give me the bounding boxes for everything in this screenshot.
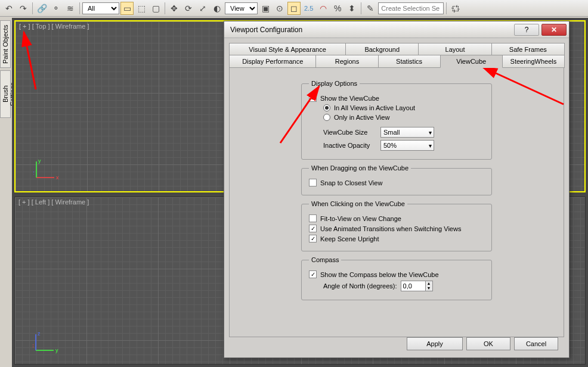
close-button[interactable]: ✕ bbox=[541, 24, 567, 36]
viewport-left-label[interactable]: [ + ] [ Left ] [ Wireframe ] bbox=[18, 198, 89, 206]
svg-text:x: x bbox=[33, 343, 34, 349]
svg-text:z: z bbox=[38, 331, 41, 337]
tab-display-performance[interactable]: Display Performance bbox=[229, 55, 316, 68]
tab-background[interactable]: Background bbox=[345, 43, 419, 55]
manipulate-icon[interactable]: ◐ bbox=[211, 2, 224, 15]
keep-upright-checkbox[interactable]: ✓ bbox=[309, 235, 317, 242]
svg-text:z: z bbox=[33, 170, 35, 176]
viewcube-size-dropdown[interactable]: Small bbox=[380, 127, 434, 138]
viewport-top-label[interactable]: [ + ] [ Top ] [ Wireframe ] bbox=[19, 23, 89, 30]
show-viewcube-checkbox[interactable]: ✓ bbox=[309, 94, 317, 102]
axis-gizmo-icon: x y z bbox=[33, 157, 63, 181]
dragging-group: When Dragging on the ViewCube Snap to Cl… bbox=[301, 164, 492, 195]
tab-regions[interactable]: Regions bbox=[315, 55, 378, 68]
link-icon[interactable]: 🔗 bbox=[35, 2, 48, 15]
angle-north-spinner[interactable]: 0,0 ▲▼ bbox=[401, 281, 433, 291]
move-icon[interactable]: ✥ bbox=[168, 2, 181, 15]
center-icon[interactable]: ▣ bbox=[259, 2, 272, 15]
undo-icon[interactable]: ↶ bbox=[2, 2, 16, 15]
inactive-opacity-dropdown[interactable]: 50% bbox=[380, 140, 434, 151]
scale-icon[interactable]: ⤢ bbox=[196, 2, 209, 15]
snap-closest-checkbox[interactable] bbox=[309, 179, 317, 186]
select-region-icon[interactable]: ⬚ bbox=[135, 2, 148, 15]
redo-icon[interactable]: ↷ bbox=[17, 2, 30, 15]
sidebar-tab-paint-objects[interactable]: Paint Objects bbox=[0, 20, 11, 68]
tab-safe-frames[interactable]: Safe Frames bbox=[491, 43, 565, 55]
help-button[interactable]: ? bbox=[514, 24, 539, 36]
sidebar-tab-brush-settings[interactable]: Brush Settings bbox=[0, 70, 11, 118]
tab-layout[interactable]: Layout bbox=[418, 43, 491, 55]
main-toolbar: ↶ ↷ 🔗 ⚬ ≋ All ▭ ⬚ ▢ ✥ ⟳ ⤢ ◐ View ▣ ⊙ ◻ 2… bbox=[0, 0, 588, 17]
snap-icon[interactable]: ◻ bbox=[287, 2, 301, 15]
fit-view-checkbox[interactable] bbox=[309, 214, 317, 222]
percent-icon[interactable]: % bbox=[331, 2, 344, 15]
angle-snap-icon[interactable]: ◠ bbox=[317, 2, 330, 15]
tab-viewcube[interactable]: ViewCube bbox=[440, 55, 503, 68]
filter-dropdown[interactable]: All bbox=[82, 2, 119, 14]
active-view-radio[interactable] bbox=[323, 114, 330, 121]
tab-visual-style[interactable]: Visual Style & Appearance bbox=[229, 43, 346, 55]
snap-value: 2.5 bbox=[304, 5, 313, 12]
ok-button[interactable]: OK bbox=[466, 337, 510, 350]
viewport-config-dialog: Viewport Configuration ? ✕ Visual Style … bbox=[224, 21, 570, 358]
unlink-icon[interactable]: ⚬ bbox=[49, 2, 63, 15]
coords-dropdown[interactable]: View bbox=[225, 2, 258, 14]
named-sel-icon[interactable]: ✎ bbox=[364, 2, 377, 15]
svg-text:y: y bbox=[55, 347, 58, 353]
svg-text:x: x bbox=[56, 175, 59, 181]
cancel-button[interactable]: Cancel bbox=[514, 337, 558, 350]
dialog-title: Viewport Configuration bbox=[230, 26, 302, 34]
compass-group: Compass ✓ Show the Compass below the Vie… bbox=[301, 256, 492, 300]
all-views-radio[interactable] bbox=[323, 104, 330, 111]
rect-select-icon[interactable]: ▢ bbox=[149, 2, 162, 15]
show-compass-checkbox[interactable]: ✓ bbox=[309, 270, 317, 278]
svg-text:y: y bbox=[38, 158, 41, 164]
axis-gizmo-icon: y z x bbox=[33, 329, 63, 353]
select-icon[interactable]: ▭ bbox=[120, 2, 134, 15]
spinner-icon[interactable]: ⬍ bbox=[345, 2, 358, 15]
tab-statistics[interactable]: Statistics bbox=[378, 55, 441, 68]
clicking-group: When Clicking on the ViewCube Fit-to-Vie… bbox=[301, 200, 492, 251]
animated-transitions-checkbox[interactable]: ✓ bbox=[309, 225, 317, 232]
pivot-icon[interactable]: ⊙ bbox=[273, 2, 286, 15]
schematic-icon[interactable]: ≋ bbox=[64, 2, 77, 15]
display-options-group: Display Options ✓ Show the ViewCube In A… bbox=[301, 80, 492, 160]
apply-button[interactable]: Apply bbox=[407, 337, 463, 350]
tab-steering-wheels[interactable]: SteeringWheels bbox=[502, 55, 565, 68]
tab-panel: Display Options ✓ Show the ViewCube In A… bbox=[229, 68, 564, 337]
mirror-icon[interactable]: ⮔ bbox=[449, 2, 462, 15]
selection-set-input[interactable] bbox=[378, 2, 444, 14]
rotate-icon[interactable]: ⟳ bbox=[182, 2, 195, 15]
dialog-titlebar[interactable]: Viewport Configuration ? ✕ bbox=[224, 21, 569, 38]
